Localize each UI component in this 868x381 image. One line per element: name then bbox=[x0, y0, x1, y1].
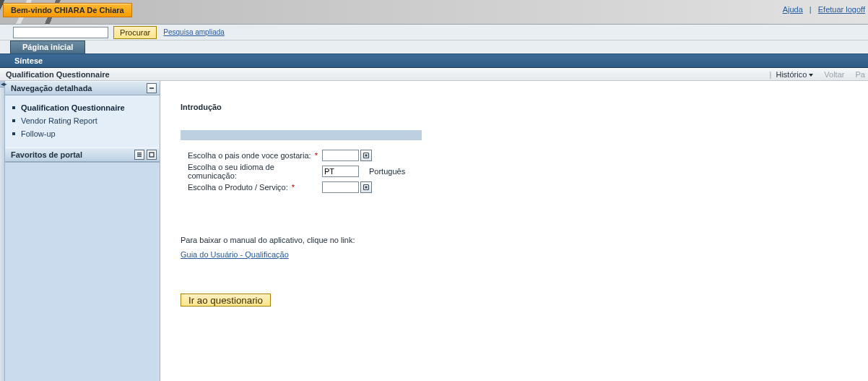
svg-rect-8 bbox=[365, 187, 368, 189]
masthead: Bem-vindo CHIARA De Chiara Ajuda | Efetu… bbox=[0, 0, 868, 25]
separator: | bbox=[770, 70, 772, 79]
svg-rect-3 bbox=[137, 156, 142, 157]
window-icon bbox=[149, 152, 155, 158]
subtab-overview[interactable]: Síntese bbox=[14, 56, 43, 65]
favorites-panel-title: Favoritos de portal bbox=[11, 150, 82, 159]
selection-form: Escolha o pais onde voce gostaria: * Esc… bbox=[181, 130, 614, 195]
help-link[interactable]: Ajuda bbox=[783, 5, 803, 14]
go-to-questionnaire-button[interactable]: Ir ao questionario bbox=[181, 294, 271, 307]
country-label: Escolha o pais onde voce gostaria: * bbox=[181, 151, 322, 160]
sidebar: Navegação detalhada Qualification Questi… bbox=[5, 81, 160, 381]
back-link: Voltar bbox=[824, 70, 844, 79]
value-help-icon bbox=[363, 184, 370, 191]
user-guide-link[interactable]: Guia do Usuário - Qualificação bbox=[181, 250, 289, 259]
separator: | bbox=[810, 5, 812, 14]
forward-link: Pa bbox=[856, 70, 865, 79]
product-label: Escolha o Produto / Serviço: * bbox=[181, 183, 322, 192]
masthead-links: Ajuda | Efetuar logoff bbox=[783, 5, 865, 14]
country-value-help-button[interactable] bbox=[360, 150, 372, 161]
nav-list: Qualification Questionnaire Vendor Ratin… bbox=[5, 95, 160, 147]
bullet-icon bbox=[12, 119, 15, 122]
collapse-right-icon[interactable]: ▸ bbox=[4, 81, 8, 87]
history-dropdown[interactable]: Histórico bbox=[776, 70, 813, 79]
body: ◂ ▸ Navegação detalhada Qualification Qu… bbox=[0, 81, 868, 381]
language-name: Português bbox=[369, 167, 405, 176]
row-product: Escolha o Produto / Serviço: * bbox=[181, 179, 614, 195]
nav-item-follow-up[interactable]: Follow-up bbox=[12, 127, 155, 140]
required-marker: * bbox=[290, 183, 295, 192]
language-input[interactable] bbox=[322, 166, 359, 177]
manual-download-text: Para baixar o manual do aplicativo, cliq… bbox=[181, 236, 643, 244]
row-country: Escolha o pais onde voce gostaria: * bbox=[181, 147, 614, 163]
search-bar: Procurar Pesquisa ampliada bbox=[0, 25, 868, 40]
intro-section: Introdução Escolha o pais onde voce gost… bbox=[181, 103, 643, 307]
main-content: Introdução Escolha o pais onde voce gost… bbox=[160, 81, 868, 381]
page-titlebar: Qualification Questionnaire | Histórico … bbox=[0, 68, 868, 81]
options-button[interactable] bbox=[134, 150, 144, 160]
svg-rect-1 bbox=[137, 153, 142, 153]
advanced-search-link[interactable]: Pesquisa ampliada bbox=[163, 28, 225, 36]
search-input[interactable] bbox=[13, 27, 108, 38]
nav-item-label: Qualification Questionnaire bbox=[21, 103, 125, 112]
primary-tabbar: Página inicial bbox=[0, 40, 868, 53]
language-label: Escolha o seu idioma de comunicação: bbox=[181, 163, 322, 180]
product-input[interactable] bbox=[322, 181, 359, 193]
row-language: Escolha o seu idioma de comunicação: Por… bbox=[181, 163, 614, 179]
bullet-icon bbox=[12, 106, 15, 109]
secondary-tabbar: Síntese bbox=[0, 53, 868, 68]
separator bbox=[849, 70, 851, 79]
favorites-panel-header: Favoritos de portal bbox=[5, 147, 160, 162]
tab-home[interactable]: Página inicial bbox=[10, 40, 85, 53]
sidebar-empty-area bbox=[5, 162, 160, 381]
nav-item-vendor-rating[interactable]: Vendor Rating Report bbox=[12, 114, 155, 127]
chevron-down-icon bbox=[809, 74, 813, 77]
separator bbox=[817, 70, 820, 79]
nav-panel-header: Navegação detalhada bbox=[5, 81, 160, 95]
svg-rect-0 bbox=[149, 87, 154, 89]
collapse-panel-button[interactable] bbox=[147, 83, 157, 93]
nav-item-qualification[interactable]: Qualification Questionnaire bbox=[12, 101, 155, 114]
svg-rect-2 bbox=[137, 154, 142, 155]
page-title: Qualification Questionnaire bbox=[6, 70, 110, 79]
svg-rect-4 bbox=[149, 153, 154, 157]
product-value-help-button[interactable] bbox=[360, 181, 372, 193]
svg-rect-6 bbox=[365, 155, 368, 157]
bullet-icon bbox=[12, 132, 15, 135]
required-marker: * bbox=[313, 151, 318, 160]
value-help-icon bbox=[363, 152, 370, 159]
search-button[interactable]: Procurar bbox=[113, 26, 157, 39]
country-input[interactable] bbox=[322, 150, 359, 161]
form-grid: Escolha o pais onde voce gostaria: * Esc… bbox=[181, 147, 614, 195]
form-header-strip bbox=[181, 130, 422, 140]
section-heading: Introdução bbox=[181, 103, 643, 111]
logoff-link[interactable]: Efetuar logoff bbox=[818, 5, 865, 14]
nav-item-label: Follow-up bbox=[21, 129, 56, 138]
nav-item-label: Vendor Rating Report bbox=[21, 116, 97, 125]
welcome-banner: Bem-vindo CHIARA De Chiara bbox=[3, 3, 132, 17]
maximize-button[interactable] bbox=[147, 150, 157, 160]
nav-panel-title: Navegação detalhada bbox=[11, 84, 92, 93]
minus-icon bbox=[149, 85, 155, 91]
list-icon bbox=[136, 152, 142, 158]
sidebar-resizer[interactable]: ◂ ▸ bbox=[0, 81, 5, 381]
